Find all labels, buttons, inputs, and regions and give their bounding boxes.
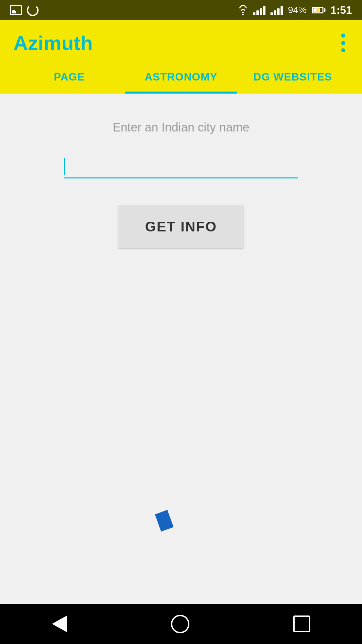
back-button[interactable]	[52, 615, 67, 632]
status-bar-left-icons	[10, 4, 39, 16]
app-bar: Azimuth PAGE ASTRONOMY DG WEBSITES	[0, 20, 362, 94]
dot-2	[341, 41, 345, 45]
city-input-wrapper	[64, 155, 298, 178]
app-bar-title-row: Azimuth	[13, 30, 349, 62]
text-cursor	[64, 158, 65, 175]
signal-icon-2	[270, 5, 283, 15]
status-time: 1:51	[330, 4, 352, 16]
get-info-button[interactable]: GET INFO	[118, 205, 244, 248]
main-content: Enter an Indian city name GET INFO	[0, 94, 362, 604]
status-bar-right: 94% ⚡ 1:51	[238, 4, 352, 16]
back-icon	[52, 615, 67, 632]
tab-page[interactable]: PAGE	[13, 62, 125, 94]
app-title: Azimuth	[13, 32, 93, 55]
dot-3	[341, 48, 345, 52]
tab-astronomy[interactable]: ASTRONOMY	[125, 62, 237, 94]
input-label: Enter an Indian city name	[113, 120, 249, 135]
signal-icon-1	[253, 5, 265, 15]
tabs: PAGE ASTRONOMY DG WEBSITES	[13, 62, 349, 94]
recents-icon	[293, 615, 310, 632]
more-vert-icon[interactable]	[338, 30, 349, 56]
dot-1	[341, 34, 345, 38]
home-button[interactable]	[171, 615, 189, 633]
wifi-icon	[238, 5, 248, 15]
tab-dgwebsites[interactable]: DG WEBSITES	[237, 62, 349, 94]
recents-button[interactable]	[293, 615, 310, 632]
status-bar: 94% ⚡ 1:51	[0, 0, 362, 20]
battery-percentage: 94%	[288, 5, 307, 15]
nav-bar	[0, 604, 362, 644]
city-input[interactable]	[64, 155, 298, 178]
charging-bolt: ⚡	[315, 7, 320, 13]
gallery-icon	[10, 5, 22, 15]
loading-icon	[27, 4, 39, 16]
home-icon	[171, 615, 189, 633]
decoration-shape	[155, 510, 174, 532]
battery-icon: ⚡	[312, 7, 325, 13]
